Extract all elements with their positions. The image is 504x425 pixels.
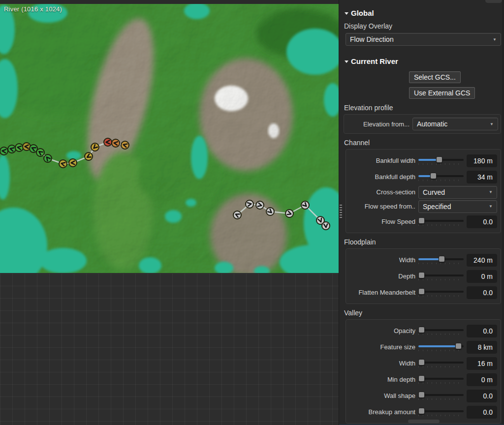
flow-direction-node[interactable] xyxy=(0,147,8,155)
flow-speed-from-select[interactable]: Specified▼ xyxy=(418,200,497,213)
slider-handle[interactable] xyxy=(418,288,425,295)
slider-handle[interactable] xyxy=(430,173,437,179)
valley-section-label: Valley xyxy=(344,309,501,317)
slider-ticks xyxy=(418,263,462,264)
empty-canvas-grid[interactable] xyxy=(0,273,339,425)
chevron-down-icon: ▼ xyxy=(490,122,494,126)
horizontal-scrollbar-thumb[interactable] xyxy=(408,420,440,423)
bankfull-depth-value-field[interactable]: 34 m xyxy=(467,171,497,183)
bankfull-width-value-field[interactable]: 180 m xyxy=(467,154,497,167)
flow-direction-node[interactable] xyxy=(85,152,93,160)
breakup-amount-slider[interactable] xyxy=(418,408,464,416)
width-value-field[interactable]: 16 m xyxy=(467,357,497,370)
select-gcs-button[interactable]: Select GCS... xyxy=(409,71,461,83)
width-slider[interactable] xyxy=(418,256,464,264)
select-value: Curved xyxy=(423,188,445,196)
breakup-amount-value-field[interactable]: 0.0 xyxy=(467,406,497,419)
feature-size-slider[interactable] xyxy=(418,343,464,351)
slider-handle[interactable] xyxy=(418,272,425,278)
flow-speed-slider[interactable] xyxy=(418,218,464,226)
vertical-scrollbar-track[interactable] xyxy=(502,0,504,425)
terrain-map[interactable] xyxy=(0,4,339,273)
select-value: Flow Direction xyxy=(350,35,394,43)
valley-row: Opacity0.0 xyxy=(348,323,498,339)
min-depth-slider[interactable] xyxy=(418,376,464,384)
bankfull-depth-slider[interactable] xyxy=(418,173,464,181)
select-value: Automatic xyxy=(417,120,447,128)
flow-direction-node[interactable] xyxy=(246,200,253,208)
min-depth-value-field[interactable]: 0 m xyxy=(467,373,497,386)
feature-size-value-field[interactable]: 8 km xyxy=(467,341,497,354)
flow-direction-node[interactable] xyxy=(104,138,112,146)
slider-ticks xyxy=(418,382,462,384)
flatten-meanderbelt-value-field[interactable]: 0.0 xyxy=(467,286,497,299)
valley-row: Min depth0 m xyxy=(348,371,498,388)
slider-handle[interactable] xyxy=(418,327,425,333)
bankfull-width-slider[interactable] xyxy=(418,157,464,165)
floodplain-row: Width240 m xyxy=(348,252,498,268)
wall-shape-value-field[interactable]: 0.0 xyxy=(467,390,497,402)
flow-direction-node[interactable] xyxy=(8,145,16,153)
slider-handle[interactable] xyxy=(439,256,445,262)
valley-row: Width16 m xyxy=(348,355,498,371)
slider-ticks xyxy=(418,350,462,351)
min-depth-label: Min depth xyxy=(349,376,415,383)
slider-handle[interactable] xyxy=(418,217,425,224)
floodplain-section-label: Floodplain xyxy=(344,238,501,246)
flow-direction-node[interactable] xyxy=(44,154,52,162)
flow-direction-node[interactable] xyxy=(59,160,67,168)
elevation-from-select[interactable]: Automatic ▼ xyxy=(412,118,498,130)
elevation-from-group: Elevation from... Automatic ▼ xyxy=(344,114,501,134)
valley-row: Breakup amount0.0 xyxy=(348,404,498,420)
section-header-global[interactable]: Global xyxy=(345,9,501,17)
breakup-amount-label: Breakup amount xyxy=(349,408,415,416)
flow-direction-node[interactable] xyxy=(112,139,120,147)
flow-direction-node[interactable] xyxy=(322,222,330,230)
channel-row: Cross-sectionCurved▼ xyxy=(348,185,498,199)
cross-section-select[interactable]: Curved▼ xyxy=(418,186,497,199)
flow-direction-node[interactable] xyxy=(121,141,129,149)
slider-handle[interactable] xyxy=(436,156,442,163)
slider-handle[interactable] xyxy=(418,392,425,398)
opacity-label: Opacity xyxy=(349,327,415,334)
flatten-meanderbelt-slider[interactable] xyxy=(418,289,464,297)
width-slider[interactable] xyxy=(418,360,464,367)
slider-ticks xyxy=(418,398,462,400)
wall-shape-slider[interactable] xyxy=(418,392,464,400)
map-viewport[interactable]: River (1016 x 1024) xyxy=(0,0,339,273)
section-header-current-river[interactable]: Current River xyxy=(345,57,501,65)
flow-direction-node[interactable] xyxy=(233,211,241,219)
channel-row: Bankfull width180 m xyxy=(348,152,498,169)
depth-value-field[interactable]: 0 m xyxy=(467,270,497,283)
slider-handle[interactable] xyxy=(455,343,462,349)
use-external-gcs-button[interactable]: Use External GCS xyxy=(409,87,475,99)
flow-direction-node[interactable] xyxy=(69,159,77,167)
wall-shape-label: Wall shape xyxy=(349,392,415,399)
flow-speed-value-field[interactable]: 0.0 xyxy=(467,215,497,228)
flow-direction-node[interactable] xyxy=(36,149,44,156)
viewport-title: River (1016 x 1024) xyxy=(4,5,62,13)
flow-direction-node[interactable] xyxy=(91,143,99,151)
opacity-value-field[interactable]: 0.0 xyxy=(467,325,497,337)
floodplain-group: Width240 mDepth0 mFlatten Meanderbelt0.0 xyxy=(346,248,501,304)
width-value-field[interactable]: 240 m xyxy=(467,254,497,267)
slider-handle[interactable] xyxy=(418,408,425,414)
collapse-arrow-icon xyxy=(345,61,348,63)
flow-direction-node[interactable] xyxy=(266,208,274,215)
flow-direction-node[interactable] xyxy=(285,210,293,217)
flow-direction-node[interactable] xyxy=(256,201,264,209)
select-value: Specified xyxy=(423,203,451,211)
terrain-layer xyxy=(0,4,339,273)
slider-handle[interactable] xyxy=(418,359,425,365)
horizontal-scrollbar-track[interactable] xyxy=(339,420,504,424)
depth-slider[interactable] xyxy=(418,273,464,280)
flow-direction-node[interactable] xyxy=(301,201,309,209)
display-overlay-select[interactable]: Flow Direction ▼ xyxy=(346,33,501,46)
flow-direction-node[interactable] xyxy=(15,144,23,152)
width-label: Width xyxy=(349,256,415,264)
panel-resize-grip[interactable] xyxy=(340,205,342,218)
valley-row: Wall shape0.0 xyxy=(348,388,498,404)
slider-handle[interactable] xyxy=(418,375,425,382)
opacity-slider[interactable] xyxy=(418,327,464,335)
feature-size-label: Feature size xyxy=(349,343,415,351)
